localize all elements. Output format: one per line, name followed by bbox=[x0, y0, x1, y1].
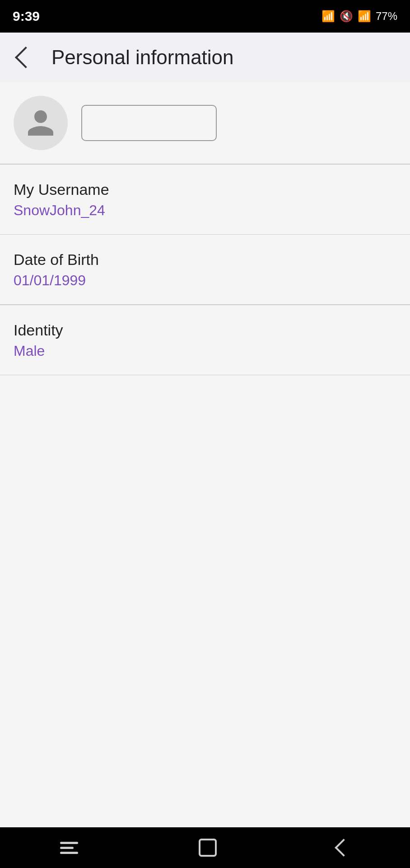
dob-row[interactable]: Date of Birth 01/01/1999 bbox=[0, 235, 410, 304]
name-input[interactable] bbox=[81, 105, 217, 141]
dob-label: Date of Birth bbox=[14, 251, 396, 269]
person-icon bbox=[25, 107, 56, 139]
app-bar: Personal information bbox=[0, 33, 410, 82]
page-title: Personal information bbox=[51, 46, 234, 69]
main-content: Personal information My Username SnowJoh… bbox=[0, 33, 410, 827]
identity-label: Identity bbox=[14, 321, 396, 339]
profile-section bbox=[0, 82, 410, 164]
wifi-icon: 📶 bbox=[358, 10, 371, 23]
bottom-nav bbox=[0, 827, 410, 868]
recent-apps-button[interactable] bbox=[42, 837, 96, 859]
home-button[interactable] bbox=[181, 834, 235, 861]
username-label: My Username bbox=[14, 181, 396, 198]
nav-back-icon bbox=[335, 839, 353, 857]
status-bar: 9:39 📶 🔇 📶 77% bbox=[0, 0, 410, 33]
bluetooth-icon: 📶 bbox=[321, 10, 335, 23]
back-arrow-icon bbox=[15, 47, 37, 68]
back-button[interactable] bbox=[14, 45, 38, 70]
username-row[interactable]: My Username SnowJohn_24 bbox=[0, 165, 410, 234]
identity-row[interactable]: Identity Male bbox=[0, 305, 410, 375]
mute-icon: 🔇 bbox=[340, 10, 353, 23]
home-icon bbox=[199, 839, 217, 857]
battery-text: 77% bbox=[376, 10, 397, 23]
nav-back-button[interactable] bbox=[319, 837, 368, 859]
username-value: SnowJohn_24 bbox=[14, 202, 396, 219]
identity-value: Male bbox=[14, 343, 396, 359]
avatar[interactable] bbox=[14, 96, 68, 150]
status-icons: 📶 🔇 📶 77% bbox=[321, 10, 397, 23]
recent-apps-icon bbox=[60, 842, 78, 854]
dob-value: 01/01/1999 bbox=[14, 272, 396, 289]
divider-identity bbox=[0, 375, 410, 376]
status-time: 9:39 bbox=[13, 9, 40, 24]
